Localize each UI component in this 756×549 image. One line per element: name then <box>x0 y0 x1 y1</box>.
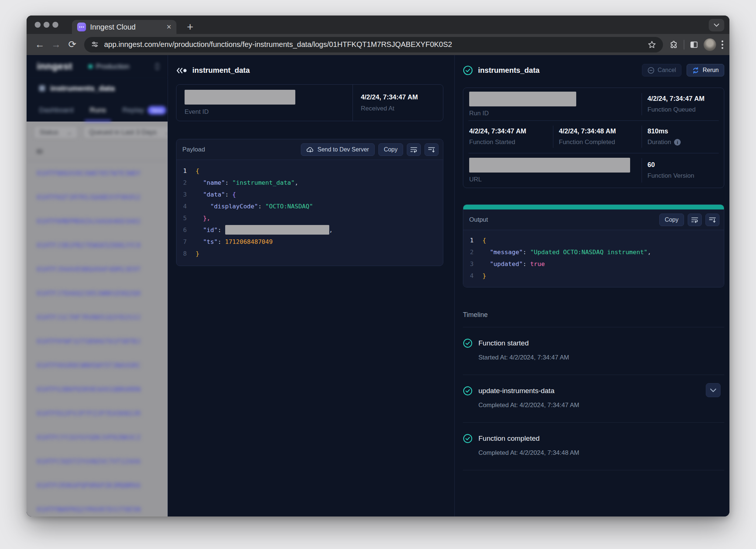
run-id-link[interactable]: 01HTFJ1C7HF7RVN051Q3YD2S3J <box>27 305 168 329</box>
function-queued-value: 4/2/24, 7:34:47 AM <box>647 95 724 103</box>
event-id-redacted-value <box>185 90 295 105</box>
run-id-link[interactable]: 01HTFCYY2GYGYGDKJVP82NKXCZ <box>27 425 168 449</box>
environment-selector[interactable]: Production <box>89 62 154 71</box>
back-icon[interactable]: ← <box>32 37 47 52</box>
cancel-run-button[interactable]: Cancel <box>642 64 682 76</box>
event-name: instrument_data <box>192 66 250 75</box>
extensions-icon[interactable] <box>670 40 678 49</box>
profile-avatar[interactable] <box>704 38 716 51</box>
code-line: 7 "ts": 1712068487049 <box>176 236 443 248</box>
run-id-link[interactable]: 01HTFG3BKPQ5R9E4A91QBRARRN <box>27 377 168 401</box>
run-id-link[interactable]: 01HTFKMBPMD0ZAJ4AG04KD3A02 <box>27 209 168 233</box>
event-id-label: Event ID <box>185 108 353 116</box>
run-function-name: instruments_data <box>478 66 637 75</box>
inngest-logo: inngest <box>37 61 72 72</box>
runs-list: 01HTFN86XV8CXW87857W7E3WDY01HTFKQT1M7RSJ… <box>27 161 168 516</box>
run-id-label: Run ID <box>469 110 642 117</box>
window-minimize-button[interactable] <box>44 22 49 28</box>
function-icon <box>39 85 45 91</box>
inngest-favicon-icon <box>77 23 86 31</box>
browser-tab[interactable]: Inngest Cloud × <box>72 20 176 34</box>
redacted-value <box>225 225 329 235</box>
forward-icon[interactable]: → <box>49 37 63 52</box>
url-cell: URL <box>463 153 642 188</box>
window-controls <box>35 22 58 28</box>
run-id-link[interactable]: 01HTFBW9PKQ2YM4XR7D3JT8E5N <box>27 497 168 516</box>
run-id-link[interactable]: 01HTFJ7DA6Q2385JWNH1E8Q2Q0 <box>27 281 168 305</box>
payload-header: Payload Send to Dev Server Copy <box>176 139 443 160</box>
output-code[interactable]: 1{2 "message": "Updated OCTO:NASDAQ inst… <box>463 230 724 287</box>
timeline-heading: Timeline <box>463 311 724 327</box>
run-id-link[interactable]: 01HTFHXGR0CWNHSWY5T3NAVGRC <box>27 353 168 377</box>
run-id-link[interactable]: 01HTFC5Q5TZYVXNZVC7VT1Z4X6 <box>27 449 168 473</box>
run-id-link[interactable]: 01HTFN86XV8CXW87857W7E3WDY <box>27 161 168 185</box>
run-id-link[interactable]: 01HTFJ94AVE0BQ49AF4DM13E9T <box>27 257 168 281</box>
timeline-step-timestamp: Completed At: 4/2/2024, 7:34:47 AM <box>478 402 724 409</box>
url-label: URL <box>469 176 642 183</box>
run-id-redacted-value <box>469 92 576 106</box>
event-id-cell: Event ID <box>176 85 353 121</box>
url-bar[interactable]: app.inngest.com/env/production/functions… <box>84 37 663 52</box>
scroll-to-bottom-icon[interactable] <box>425 143 439 156</box>
timeline-step-timestamp: Started At: 4/2/2024, 7:34:47 AM <box>478 354 724 361</box>
reload-icon[interactable]: ⟳ <box>65 37 80 52</box>
runs-list-panel: Status ⌄ Queued in Last 3 Days ⌄ ID 01HT… <box>27 122 168 516</box>
word-wrap-icon[interactable] <box>688 214 702 226</box>
timeline-entry: update-instruments-dataCompleted At: 4/2… <box>463 375 724 423</box>
expand-step-button[interactable] <box>706 383 721 397</box>
code-line: 5 }, <box>176 212 443 224</box>
payload-copy-button[interactable]: Copy <box>378 143 403 156</box>
toolbar-divider <box>684 40 684 50</box>
bookmark-star-icon[interactable] <box>647 40 656 49</box>
side-panel-icon[interactable] <box>690 40 698 49</box>
success-check-icon <box>463 65 473 75</box>
url-redacted-value <box>469 158 630 173</box>
payload-code[interactable]: 1{2 "name": "instrument_data",3 "data": … <box>176 160 443 266</box>
timeline-step-label: Function completed <box>478 434 540 443</box>
run-id-link[interactable]: 01HTFCR9KAPQP0R6PZK3MQNMX6 <box>27 473 168 497</box>
browser-titlebar: Inngest Cloud × + <box>27 16 729 34</box>
close-tab-icon[interactable]: × <box>166 23 171 31</box>
event-panel: instrument_data Event ID 4/2/24, 7:34:47… <box>168 55 455 516</box>
function-version-value: 60 <box>647 161 724 169</box>
send-to-dev-server-button[interactable]: Send to Dev Server <box>301 143 375 156</box>
desktop-background: Inngest Cloud × + ← → ⟳ app.inngest.com/… <box>0 0 756 549</box>
run-id-link[interactable]: 01HTFHYWF32TSB9HGT01F5BTBJ <box>27 329 168 353</box>
runs-filters: Status ⌄ Queued in Last 3 Days ⌄ <box>27 122 168 139</box>
function-completed-label: Function Completed <box>559 139 642 146</box>
output-copy-button[interactable]: Copy <box>659 214 684 226</box>
window-close-button[interactable] <box>35 22 41 28</box>
function-started-label: Function Started <box>469 139 553 146</box>
rerun-refresh-icon <box>692 67 699 74</box>
rerun-button[interactable]: Rerun <box>687 64 724 76</box>
run-id-link[interactable]: 01HTFJ3B1PB27EWGK5Z086JYC8 <box>27 233 168 257</box>
tab-title: Inngest Cloud <box>90 23 162 31</box>
scroll-to-bottom-icon[interactable] <box>705 214 719 226</box>
status-filter[interactable]: Status ⌄ <box>34 126 78 139</box>
info-icon[interactable] <box>674 139 681 146</box>
menu-dots-icon[interactable] <box>721 40 724 50</box>
sidebar-header: inngest Production instruments_data <box>27 55 168 122</box>
tab-search-button[interactable] <box>709 19 724 31</box>
code-line: 3 "updated": true <box>463 258 724 270</box>
output-label: Output <box>469 216 656 224</box>
new-tab-button[interactable]: + <box>183 20 197 34</box>
payload-card: Payload Send to Dev Server Copy <box>176 139 443 266</box>
code-line: 2 "message": "Updated OCTO:NASDAQ instru… <box>463 246 724 258</box>
step-success-check-icon <box>463 338 472 348</box>
duration-value: 810ms <box>647 127 724 135</box>
event-icon <box>176 67 187 74</box>
timeline-entry: Function startedStarted At: 4/2/2024, 7:… <box>463 327 724 375</box>
run-id-link[interactable]: 01HTFEG3FVJP7FZJP7EA5KN3JR <box>27 401 168 425</box>
step-success-check-icon <box>463 386 472 396</box>
window-zoom-button[interactable] <box>52 22 58 28</box>
environment-switcher-icon[interactable] <box>154 62 160 71</box>
run-id-link[interactable]: 01HTFKQT1M7RSJQABEXYF0K0S2 <box>27 185 168 209</box>
word-wrap-icon[interactable] <box>407 143 421 156</box>
sidebar-tab-replay[interactable]: ReplayNew <box>122 99 166 122</box>
function-queued-cell: 4/2/24, 7:34:47 AM Function Queued <box>642 88 724 120</box>
sidebar-tab-runs[interactable]: Runs <box>90 99 106 122</box>
site-settings-icon[interactable] <box>91 41 99 49</box>
sidebar-tab-dashboard[interactable]: Dashboard <box>39 99 73 122</box>
time-filter[interactable]: Queued in Last 3 Days ⌄ <box>83 126 168 139</box>
